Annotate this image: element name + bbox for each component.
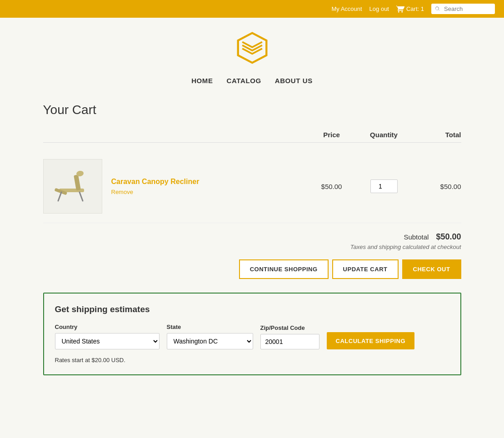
continue-shopping-button[interactable]: CONTINUE SHOPPING — [239, 259, 329, 279]
search-input[interactable] — [431, 4, 495, 14]
shipping-estimates-box: Get shipping estimates Country United St… — [43, 293, 461, 375]
col-header-price: Price — [307, 131, 357, 139]
update-cart-button[interactable]: UPDATE CART — [332, 259, 399, 279]
col-header-total: Total — [411, 131, 461, 139]
svg-line-4 — [58, 192, 61, 201]
product-name[interactable]: Caravan Canopy Recliner — [111, 178, 200, 186]
shipping-form: Country United States State Washington D… — [55, 324, 449, 349]
product-price: $50.00 — [307, 183, 357, 190]
calculate-shipping-button[interactable]: CALCULATE SHIPPING — [327, 332, 415, 349]
search-wrap — [431, 4, 495, 14]
page-title: Your Cart — [43, 103, 461, 117]
state-field: State Washington DC — [167, 324, 253, 349]
main-content: Your Cart Price Quantity Total — [25, 94, 479, 403]
product-remove-link[interactable]: Remove — [111, 189, 200, 195]
topbar: My Account Log out Cart: 1 — [0, 0, 504, 18]
product-image — [43, 159, 102, 214]
subtotal-value: $50.00 — [436, 232, 461, 242]
country-label: Country — [55, 324, 160, 330]
col-header-qty: Quantity — [357, 131, 411, 139]
nav-catalog[interactable]: CATALOG — [227, 77, 261, 85]
product-image-svg — [50, 164, 95, 209]
tax-note: Taxes and shipping calculated at checkou… — [43, 244, 461, 250]
header: HOME CATALOG ABOUT US — [0, 18, 504, 94]
zip-label: Zip/Postal Code — [260, 324, 319, 331]
cart-icon — [396, 5, 404, 13]
product-info: Caravan Canopy Recliner Remove — [111, 178, 200, 195]
country-select[interactable]: United States — [55, 333, 160, 349]
main-nav: HOME CATALOG ABOUT US — [191, 77, 313, 85]
product-total: $50.00 — [411, 183, 461, 190]
shipping-title: Get shipping estimates — [55, 304, 449, 314]
svg-rect-2 — [74, 174, 81, 190]
country-field: Country United States — [55, 324, 160, 349]
subtotal-row: Subtotal $50.00 — [43, 232, 461, 242]
cart-link[interactable]: Cart: 1 — [396, 5, 424, 13]
state-label: State — [167, 324, 253, 330]
site-logo[interactable] — [234, 31, 270, 68]
my-account-link[interactable]: My Account — [331, 5, 362, 12]
product-qty — [357, 179, 411, 193]
subtotal-label: Subtotal — [404, 233, 429, 241]
nav-home[interactable]: HOME — [191, 77, 213, 85]
zip-field: Zip/Postal Code — [260, 324, 319, 349]
qty-input[interactable] — [370, 179, 398, 193]
cart-actions: CONTINUE SHOPPING UPDATE CART CHECK OUT — [43, 259, 461, 279]
state-select[interactable]: Washington DC — [167, 333, 253, 349]
cart-count: Cart: 1 — [406, 5, 424, 12]
rates-note: Rates start at $20.00 USD. — [55, 357, 449, 363]
nav-about-us[interactable]: ABOUT US — [275, 77, 313, 85]
search-icon — [434, 6, 440, 12]
zip-input[interactable] — [260, 334, 319, 349]
cart-header: Price Quantity Total — [43, 131, 461, 143]
check-out-button[interactable]: CHECK OUT — [402, 259, 461, 279]
svg-line-5 — [80, 192, 83, 201]
log-out-link[interactable]: Log out — [369, 5, 389, 12]
product-cell: Caravan Canopy Recliner Remove — [43, 159, 307, 214]
table-row: Caravan Canopy Recliner Remove $50.00 $5… — [43, 150, 461, 223]
